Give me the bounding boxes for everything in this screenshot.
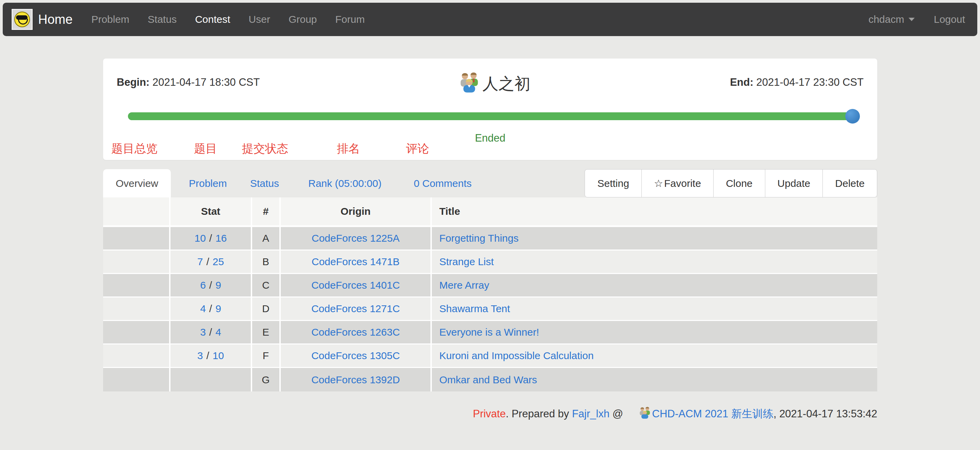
total-count-link[interactable]: 4 — [215, 326, 221, 338]
problem-title-link[interactable]: Everyone is a Winner! — [439, 326, 539, 338]
solved-marker-cell — [103, 345, 170, 368]
stat-cell: 4/9 — [170, 297, 252, 321]
begin-value: 2021-04-17 18:30 CST — [150, 76, 259, 88]
tabs-row: Setting☆FavoriteCloneUpdateDelete Overvi… — [103, 169, 877, 198]
problem-title-link[interactable]: Omkar and Bed Wars — [439, 374, 537, 385]
nav-item-user[interactable]: User — [240, 3, 279, 36]
tab-rank-05-00-00[interactable]: Rank (05:00:00) — [308, 169, 382, 198]
update-button[interactable]: Update — [765, 169, 823, 198]
username: chdacm — [869, 14, 904, 25]
total-count-link[interactable]: 10 — [213, 350, 224, 361]
stat-separator: / — [209, 303, 212, 314]
nav-item: User — [240, 3, 279, 36]
nav-item-problem[interactable]: Problem — [82, 3, 138, 36]
total-count-link[interactable]: 9 — [215, 279, 221, 291]
user-menu[interactable]: chdacm — [869, 14, 915, 25]
tab-0-comments[interactable]: 0 Comments — [414, 169, 472, 198]
problem-title-link[interactable]: Shawarma Tent — [439, 303, 510, 314]
logout-link[interactable]: Logout — [934, 14, 965, 25]
title-cell: Forgetting Things — [432, 227, 877, 251]
total-count-link[interactable]: 16 — [215, 233, 227, 244]
author-link[interactable]: Fajr_lxh — [572, 408, 609, 420]
problem-title-link[interactable]: Forgetting Things — [439, 233, 519, 244]
title-cell: Strange List — [432, 251, 877, 274]
stat-cell: 7/25 — [170, 251, 252, 274]
origin-cell: CodeForces 1263C — [281, 321, 432, 345]
tab-overview[interactable]: Overview — [103, 169, 171, 198]
solved-count-link[interactable]: 3 — [197, 350, 203, 361]
solved-count-link[interactable]: 7 — [197, 256, 203, 267]
contest-footer: Private. Prepared by Fajr_lxh @ CHD-ACM … — [473, 394, 877, 434]
quick-link-3[interactable]: 排名 — [337, 141, 360, 156]
solved-count-link[interactable]: 4 — [200, 303, 206, 314]
title-cell: Omkar and Bed Wars — [432, 368, 877, 391]
problem-title-link[interactable]: Kuroni and Impossible Calculation — [439, 350, 594, 361]
contest-card: Begin: 2021-04-17 18:30 CST 人之初 — [103, 59, 877, 160]
problem-title-link[interactable]: Strange List — [439, 256, 494, 267]
solved-marker-cell — [103, 368, 170, 391]
tab-problem[interactable]: Problem — [189, 169, 227, 198]
problem-title-link[interactable]: Mere Array — [439, 279, 489, 291]
group-icon-small — [627, 394, 651, 434]
solved-count-link[interactable]: 10 — [194, 233, 205, 244]
quick-link-0[interactable]: 题目总览 — [111, 141, 158, 156]
prepared-text: . Prepared by — [506, 408, 572, 420]
progress-slider-handle[interactable] — [845, 109, 860, 124]
smiley-logo-icon — [14, 11, 30, 27]
delete-button[interactable]: Delete — [822, 169, 877, 198]
solved-count-link[interactable]: 6 — [200, 279, 206, 291]
begin-time: Begin: 2021-04-17 18:30 CST — [117, 76, 259, 88]
origin-link[interactable]: CodeForces 1305C — [311, 350, 400, 361]
contest-progress-fill — [128, 112, 859, 120]
button-label: Update — [778, 178, 811, 189]
stat-cell — [170, 368, 252, 391]
solved-marker-cell — [103, 251, 170, 274]
header-stat: Stat — [170, 198, 252, 227]
contest-info-row: Begin: 2021-04-17 18:30 CST 人之初 — [103, 59, 877, 96]
nav-item-group[interactable]: Group — [279, 3, 326, 36]
header-letter: # — [252, 198, 281, 227]
table-header-row: Stat # Origin Title — [103, 198, 877, 227]
nav-item-contest[interactable]: Contest — [186, 3, 239, 36]
quick-link-1[interactable]: 题目 — [194, 141, 217, 156]
nav-item-forum[interactable]: Forum — [326, 3, 374, 36]
favorite-button[interactable]: ☆Favorite — [641, 169, 714, 198]
end-value: 2021-04-17 23:30 CST — [753, 76, 864, 88]
quick-link-4[interactable]: 评论 — [406, 141, 429, 156]
nav-items: ProblemStatusContestUserGroupForum — [82, 3, 374, 36]
solved-marker-cell — [103, 227, 170, 251]
quick-link-2[interactable]: 提交状态 — [242, 141, 288, 156]
total-count-link[interactable]: 9 — [215, 303, 221, 314]
site-logo[interactable] — [11, 9, 33, 30]
total-count-link[interactable]: 25 — [213, 256, 224, 267]
origin-link[interactable]: CodeForces 1471B — [312, 256, 400, 267]
problem-letter: D — [252, 297, 281, 321]
group-link[interactable]: CHD-ACM 2021 新生训练 — [652, 407, 773, 421]
nav-item: Forum — [326, 3, 374, 36]
setting-button[interactable]: Setting — [585, 169, 641, 198]
nav-item: Problem — [82, 3, 138, 36]
action-buttons: Setting☆FavoriteCloneUpdateDelete — [585, 169, 877, 198]
nav-item-status[interactable]: Status — [138, 3, 186, 36]
origin-link[interactable]: CodeForces 1225A — [312, 233, 400, 244]
problems-table: Stat # Origin Title 10/16ACodeForces 122… — [103, 198, 877, 391]
home-link[interactable]: Home — [38, 3, 73, 36]
origin-link[interactable]: CodeForces 1263C — [311, 326, 400, 338]
nav-item: Status — [138, 3, 186, 36]
origin-cell: CodeForces 1305C — [281, 345, 432, 368]
origin-link[interactable]: CodeForces 1271C — [311, 303, 400, 314]
tab-status[interactable]: Status — [250, 169, 279, 198]
origin-cell: CodeForces 1471B — [281, 251, 432, 274]
solved-marker-cell — [103, 321, 170, 345]
button-label: Setting — [597, 178, 629, 189]
table-row: 6/9CCodeForces 1401CMere Array — [103, 274, 877, 297]
title-cell: Shawarma Tent — [432, 297, 877, 321]
solved-count-link[interactable]: 3 — [200, 326, 206, 338]
nav-item: Contest — [186, 3, 239, 36]
stat-cell: 6/9 — [170, 274, 252, 297]
clone-button[interactable]: Clone — [713, 169, 765, 198]
origin-link[interactable]: CodeForces 1401C — [311, 279, 400, 291]
origin-link[interactable]: CodeForces 1392D — [311, 374, 400, 385]
stat-separator: / — [206, 350, 209, 361]
table-row: 7/25BCodeForces 1471BStrange List — [103, 251, 877, 274]
